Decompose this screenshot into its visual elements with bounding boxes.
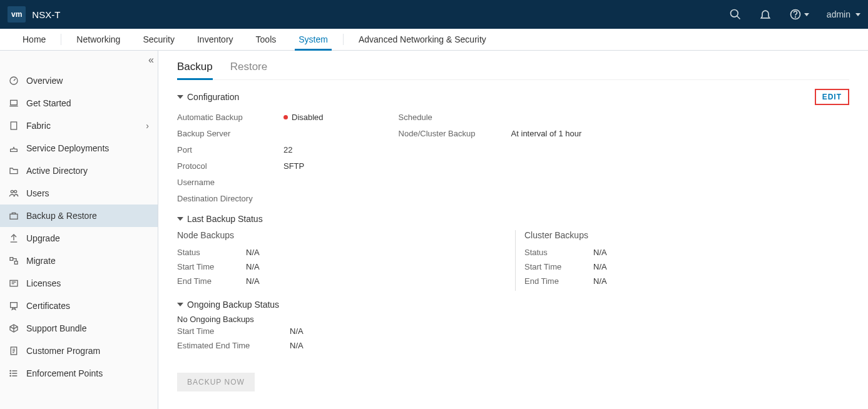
upgrade-icon <box>9 233 19 243</box>
nav-separator <box>343 34 344 45</box>
chevron-down-icon <box>855 13 860 16</box>
sidebar-item-label: Support Bundle <box>26 323 87 333</box>
users-icon <box>9 188 19 198</box>
dest-dir-label: Destination Directory <box>177 194 283 205</box>
nav-system[interactable]: System <box>287 29 339 50</box>
user-name: admin <box>827 9 850 19</box>
cert-icon <box>9 301 19 311</box>
sidebar-item-label: Users <box>26 188 49 198</box>
sidebar-item-label: Overview <box>26 76 63 86</box>
cluster-start-label: Start Time <box>524 262 593 271</box>
laptop-icon <box>9 98 19 108</box>
package-icon <box>9 323 19 333</box>
ongoing-start-label: Start Time <box>177 326 290 336</box>
svg-rect-5 <box>11 100 18 104</box>
config-section-toggle[interactable]: Configuration <box>177 92 239 102</box>
chevron-down-icon <box>177 217 183 221</box>
sidebar-item-label: Service Deployments <box>26 143 109 153</box>
sidebar-item-label: Licenses <box>26 278 61 288</box>
sidebar-item-label: Certificates <box>26 301 70 311</box>
folder-icon <box>9 166 19 176</box>
svg-point-18 <box>10 375 11 376</box>
bell-icon[interactable] <box>759 8 772 21</box>
sidebar-item-service-deployments[interactable]: Service Deployments <box>0 137 158 159</box>
sidebar-item-enforcement-points[interactable]: Enforcement Points <box>0 362 158 385</box>
sidebar-item-migrate[interactable]: Migrate <box>0 250 158 272</box>
help-menu[interactable] <box>789 8 809 21</box>
user-menu[interactable]: admin <box>827 9 860 19</box>
svg-point-0 <box>730 10 738 18</box>
sidebar-item-certificates[interactable]: Certificates <box>0 295 158 317</box>
cluster-status-value: N/A <box>593 248 607 257</box>
svg-line-1 <box>737 16 740 19</box>
backup-icon <box>9 211 19 221</box>
svg-rect-10 <box>10 214 18 219</box>
node-backups-title: Node Backups <box>177 230 515 240</box>
edit-button[interactable]: EDIT <box>815 89 849 105</box>
sidebar-item-label: Customer Program <box>26 346 100 356</box>
ongoing-est-value: N/A <box>290 341 304 350</box>
subtabs: Backup Restore <box>177 57 849 80</box>
protocol-label: Protocol <box>177 161 283 173</box>
nav-security[interactable]: Security <box>131 29 186 50</box>
chevron-down-icon <box>177 303 183 306</box>
nav-inventory[interactable]: Inventory <box>186 29 245 50</box>
main-content: Backup Restore Configuration EDIT Automa… <box>158 51 868 409</box>
sidebar-item-label: Enforcement Points <box>26 368 103 378</box>
node-start-value: N/A <box>246 262 260 271</box>
collapse-sidebar-icon[interactable]: « <box>148 54 151 66</box>
ongoing-section-toggle[interactable]: Ongoing Backup Status <box>177 300 849 310</box>
sidebar-item-fabric[interactable]: Fabric› <box>0 114 158 137</box>
svg-point-3 <box>795 17 795 18</box>
nav-home[interactable]: Home <box>11 29 57 50</box>
ongoing-none-msg: No Ongoing Backups <box>177 315 849 324</box>
sidebar-item-customer-program[interactable]: Customer Program <box>0 340 158 362</box>
svg-point-17 <box>10 373 11 373</box>
nav-tools[interactable]: Tools <box>245 29 288 50</box>
backup-server-label: Backup Server <box>177 129 283 140</box>
sidebar-item-support-bundle[interactable]: Support Bundle <box>0 317 158 340</box>
search-icon[interactable] <box>729 8 742 21</box>
subtab-backup[interactable]: Backup <box>177 57 213 79</box>
ongoing-est-label: Estimated End Time <box>177 341 290 350</box>
last-backup-title: Last Backup Status <box>187 214 263 224</box>
status-dot-red <box>283 115 288 119</box>
svg-rect-14 <box>11 303 18 308</box>
sidebar-item-overview[interactable]: Overview <box>0 69 158 92</box>
doc-icon <box>9 346 19 356</box>
svg-point-16 <box>10 370 11 371</box>
sidebar-item-upgrade[interactable]: Upgrade <box>0 227 158 250</box>
sidebar-item-backup-restore[interactable]: Backup & Restore <box>0 204 158 227</box>
sidebar-item-label: Fabric <box>26 121 51 131</box>
sidebar-item-users[interactable]: Users <box>0 182 158 204</box>
schedule-label: Schedule <box>399 113 511 124</box>
chevron-down-icon <box>177 95 183 99</box>
node-end-value: N/A <box>246 276 260 286</box>
sidebar-item-licenses[interactable]: Licenses <box>0 272 158 295</box>
auto-backup-value: Disabled <box>292 113 324 122</box>
chevron-down-icon <box>804 13 809 16</box>
cluster-end-label: End Time <box>524 276 593 286</box>
sidebar-item-active-directory[interactable]: Active Directory <box>0 159 158 182</box>
svg-rect-12 <box>14 261 18 265</box>
ongoing-title: Ongoing Backup Status <box>187 300 279 310</box>
server-icon <box>9 121 19 131</box>
node-start-label: Start Time <box>177 262 246 271</box>
chevron-right-icon: › <box>146 121 149 131</box>
list-icon <box>9 368 19 378</box>
sidebar-item-label: Active Directory <box>26 166 88 176</box>
nav-networking[interactable]: Networking <box>65 29 131 50</box>
license-icon <box>9 278 19 288</box>
last-backup-section-toggle[interactable]: Last Backup Status <box>177 214 849 224</box>
backup-now-button[interactable]: BACKUP NOW <box>177 373 255 391</box>
svg-point-9 <box>14 190 17 193</box>
app-title: NSX-T <box>32 9 60 20</box>
subtab-restore[interactable]: Restore <box>230 57 268 79</box>
ongoing-start-value: N/A <box>290 326 304 336</box>
migrate-icon <box>9 256 19 266</box>
gauge-icon <box>9 76 19 86</box>
sidebar-item-label: Upgrade <box>26 233 60 243</box>
cluster-backups-title: Cluster Backups <box>524 230 607 240</box>
sidebar-item-get-started[interactable]: Get Started <box>0 92 158 114</box>
nav-advanced[interactable]: Advanced Networking & Security <box>347 29 498 50</box>
